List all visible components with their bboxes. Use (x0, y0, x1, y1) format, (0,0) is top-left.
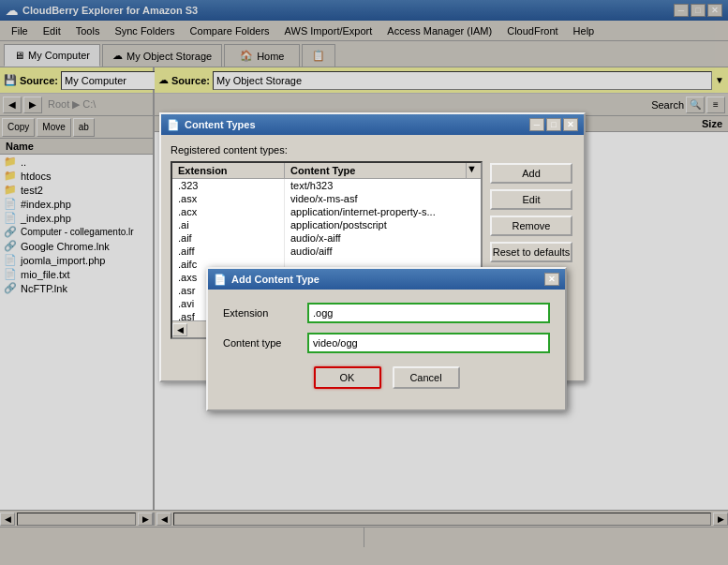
remove-button[interactable]: Remove (490, 216, 572, 236)
dialog-icon: 📄 (167, 119, 180, 131)
ct-header: Extension Content Type ▼ (172, 163, 481, 179)
dialog-minimize[interactable]: ─ (529, 118, 544, 131)
add-ct-ok-button[interactable]: OK (314, 366, 381, 389)
content-type-row: Content type (223, 333, 550, 353)
add-content-type-dialog: 📄 Add Content Type ✕ Extension Content t… (206, 267, 567, 411)
extension-label: Extension (223, 307, 307, 319)
reset-defaults-button[interactable]: Reset to defaults (490, 242, 572, 262)
add-ct-cancel-button[interactable]: Cancel (393, 366, 460, 389)
content-type-label: Content type (223, 337, 307, 349)
table-row[interactable]: .asxvideo/x-ms-asf (172, 192, 481, 205)
table-row[interactable]: .323text/h323 (172, 179, 481, 192)
dialog-controls: ─ □ ✕ (529, 118, 578, 131)
extension-input[interactable] (307, 303, 550, 323)
ct-col-ext: Extension (172, 163, 285, 178)
add-ct-title-bar: 📄 Add Content Type ✕ (208, 269, 565, 290)
add-button[interactable]: Add (490, 163, 572, 184)
ct-scroll-left[interactable]: ◀ (172, 323, 187, 336)
dialog-close[interactable]: ✕ (563, 118, 578, 131)
dialog-maximize[interactable]: □ (546, 118, 561, 131)
add-ct-body: Extension Content type OK Cancel (208, 290, 565, 409)
edit-button[interactable]: Edit (490, 189, 572, 210)
extension-row: Extension (223, 303, 550, 323)
add-ct-title: Add Content Type (231, 274, 319, 285)
content-types-title: Content Types (185, 119, 256, 130)
ct-scroll-arrow[interactable]: ▼ (466, 163, 481, 178)
add-ct-buttons: OK Cancel (223, 363, 550, 396)
add-ct-icon: 📄 (214, 274, 227, 286)
table-row[interactable]: .acxapplication/internet-property-s... (172, 205, 481, 218)
content-types-title-bar: 📄 Content Types ─ □ ✕ (161, 114, 584, 135)
add-ct-controls: ✕ (544, 273, 559, 286)
ct-col-type: Content Type (285, 163, 466, 178)
content-type-input[interactable] (307, 333, 550, 353)
table-row[interactable]: .aifaudio/x-aiff (172, 231, 481, 245)
table-row[interactable]: .aiapplication/postscript (172, 218, 481, 231)
table-row[interactable]: .aiffaudio/aiff (172, 245, 481, 258)
registered-label: Registered content types: (171, 144, 574, 156)
add-ct-close[interactable]: ✕ (544, 273, 559, 286)
